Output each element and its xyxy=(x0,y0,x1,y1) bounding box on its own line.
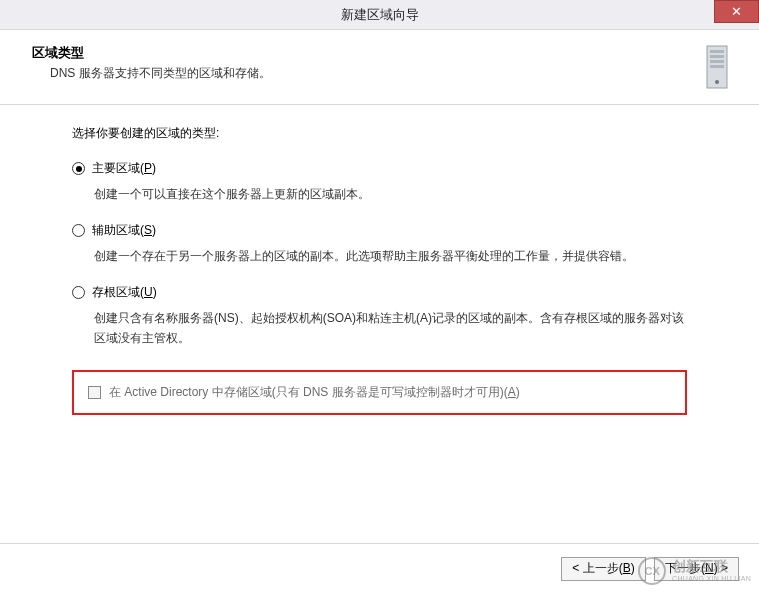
window-title: 新建区域向导 xyxy=(341,6,419,24)
svg-rect-1 xyxy=(710,50,724,53)
radio-row-stub[interactable]: 存根区域(U) xyxy=(72,284,687,301)
radio-label-stub[interactable]: 存根区域(U) xyxy=(92,284,157,301)
server-icon xyxy=(697,44,737,90)
wizard-content: 选择你要创建的区域的类型: 主要区域(P) 创建一个可以直接在这个服务器上更新的… xyxy=(0,105,759,425)
radio-label-primary[interactable]: 主要区域(P) xyxy=(92,160,156,177)
svg-rect-3 xyxy=(710,60,724,63)
svg-rect-2 xyxy=(710,55,724,58)
wizard-header: 区域类型 DNS 服务器支持不同类型的区域和存储。 xyxy=(0,30,759,105)
header-description: DNS 服务器支持不同类型的区域和存储。 xyxy=(50,65,687,82)
header-text-block: 区域类型 DNS 服务器支持不同类型的区域和存储。 xyxy=(32,44,687,82)
ad-storage-checkbox xyxy=(88,386,101,399)
option-desc-primary: 创建一个可以直接在这个服务器上更新的区域副本。 xyxy=(94,185,687,204)
ad-checkbox-row: 在 Active Directory 中存储区域(只有 DNS 服务器是可写域控… xyxy=(88,384,671,401)
title-bar: 新建区域向导 ✕ xyxy=(0,0,759,30)
option-desc-secondary: 创建一个存在于另一个服务器上的区域的副本。此选项帮助主服务器平衡处理的工作量，并… xyxy=(94,247,687,266)
ad-storage-highlight: 在 Active Directory 中存储区域(只有 DNS 服务器是可写域控… xyxy=(72,370,687,415)
option-stub-zone: 存根区域(U) 创建只含有名称服务器(NS)、起始授权机构(SOA)和粘连主机(… xyxy=(72,284,687,347)
header-title: 区域类型 xyxy=(32,44,687,62)
option-desc-stub: 创建只含有名称服务器(NS)、起始授权机构(SOA)和粘连主机(A)记录的区域的… xyxy=(94,309,687,347)
radio-stub[interactable] xyxy=(72,286,85,299)
next-button[interactable]: 下一步(N) > xyxy=(654,557,739,581)
radio-primary[interactable] xyxy=(72,162,85,175)
svg-rect-4 xyxy=(710,65,724,68)
ad-storage-label: 在 Active Directory 中存储区域(只有 DNS 服务器是可写域控… xyxy=(109,384,520,401)
prompt-text: 选择你要创建的区域的类型: xyxy=(72,125,687,142)
close-icon: ✕ xyxy=(731,4,742,19)
option-secondary-zone: 辅助区域(S) 创建一个存在于另一个服务器上的区域的副本。此选项帮助主服务器平衡… xyxy=(72,222,687,266)
radio-label-secondary[interactable]: 辅助区域(S) xyxy=(92,222,156,239)
radio-row-secondary[interactable]: 辅助区域(S) xyxy=(72,222,687,239)
radio-row-primary[interactable]: 主要区域(P) xyxy=(72,160,687,177)
radio-secondary[interactable] xyxy=(72,224,85,237)
back-button[interactable]: < 上一步(B) xyxy=(561,557,646,581)
option-primary-zone: 主要区域(P) 创建一个可以直接在这个服务器上更新的区域副本。 xyxy=(72,160,687,204)
wizard-footer: < 上一步(B) 下一步(N) > xyxy=(0,543,759,593)
svg-point-5 xyxy=(715,80,719,84)
close-button[interactable]: ✕ xyxy=(714,0,759,23)
